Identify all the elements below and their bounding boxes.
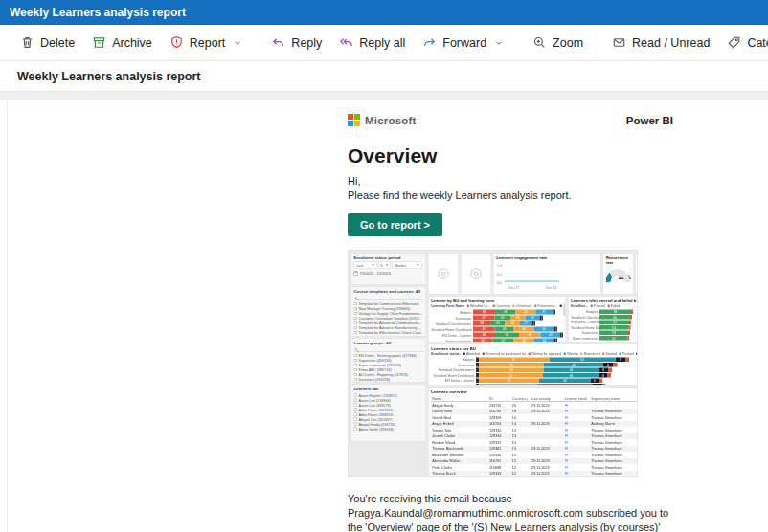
filter-item: Template for Advance Manufacturing ... bbox=[354, 325, 424, 330]
reply-all-icon bbox=[339, 35, 353, 50]
report-button[interactable]: Report bbox=[161, 29, 252, 56]
email-icon: ✉ bbox=[565, 453, 568, 457]
filter-item: Adam Smith (195036) bbox=[354, 427, 424, 432]
chevron-down-icon bbox=[233, 38, 242, 48]
legend-item: Waiting for approval bbox=[529, 352, 562, 356]
report-snapshot-image: Enrolment status period Last 6 Months 7/… bbox=[349, 251, 638, 477]
shield-icon bbox=[471, 269, 482, 279]
blocked-visual-placeholder bbox=[428, 254, 459, 295]
envelope-icon bbox=[612, 35, 626, 50]
checkbox-icon bbox=[354, 312, 357, 315]
filter-card-groups: Learner groups: All EN Demo - Nutzergrup… bbox=[351, 339, 427, 383]
checkbox-icon bbox=[354, 326, 357, 329]
filter-item: Template for Strategic Thinking Works... bbox=[354, 335, 424, 337]
email-icon: ✉ bbox=[565, 421, 568, 426]
report-snapshot-link[interactable]: Enrolment status period Last 6 Months 7/… bbox=[348, 250, 638, 477]
bar-row: EN Demo - Learner55 bbox=[571, 321, 638, 325]
subscription-footer-text: You're receiving this email because Prag… bbox=[348, 492, 681, 532]
trash-icon bbox=[20, 35, 34, 50]
legend-item: Passed bbox=[619, 352, 633, 356]
svg-text:0.0: 0.0 bbox=[497, 281, 502, 285]
bar-row: Super supervisor48448 bbox=[431, 384, 638, 386]
filter-item: Customer Orientation Template (5753... bbox=[354, 316, 424, 321]
legend-item: Failed bbox=[636, 352, 638, 356]
reply-button[interactable]: Reply bbox=[262, 29, 330, 56]
checkbox-icon bbox=[354, 317, 357, 320]
calendar-icon bbox=[354, 271, 358, 275]
checkbox-icon bbox=[354, 359, 357, 362]
archive-button[interactable]: Archive bbox=[83, 29, 161, 56]
bar-row: Standard Classifications38333227 bbox=[431, 321, 563, 326]
bar-row: Supervisor53 bbox=[571, 331, 638, 336]
checkbox-icon bbox=[354, 394, 357, 397]
categorize-button[interactable]: Categorize bbox=[718, 29, 768, 56]
zoom-icon bbox=[532, 35, 547, 50]
legend-item: Video Disc... bbox=[559, 304, 563, 308]
email-icon: ✉ bbox=[565, 465, 568, 470]
checkbox-icon bbox=[354, 428, 357, 431]
forward-button[interactable]: Forward bbox=[414, 29, 512, 56]
filter-search bbox=[354, 296, 424, 301]
legend-item: Coaching bbox=[492, 304, 509, 308]
email-icon: ✉ bbox=[565, 409, 568, 413]
go-to-report-button[interactable]: Go to report > bbox=[348, 213, 442, 236]
email-icon: ✉ bbox=[565, 471, 568, 476]
reply-all-button[interactable]: Reply all bbox=[330, 29, 414, 56]
filter-card-courses: Course templates and courses: All Templa… bbox=[351, 287, 427, 337]
window-title: Weekly Learners analysis report bbox=[10, 6, 186, 19]
bar-row: EN Demo - Learner49426 bbox=[431, 379, 638, 384]
filter-item: EN Demo - Nutzergruppen (117946) bbox=[354, 353, 424, 358]
checkbox-icon bbox=[354, 404, 357, 407]
checkbox-icon bbox=[354, 399, 357, 402]
bar-row: Standard Home Dashb...54 bbox=[571, 325, 638, 330]
pass-fail-chart: Learners who passed and failed by BU Enr… bbox=[568, 297, 638, 343]
email-toolbar: Delete Archive Report Reply Reply all Fo… bbox=[0, 25, 768, 61]
bar-row: Badges58 bbox=[571, 310, 638, 315]
bar-row: Badges57548 bbox=[431, 358, 638, 363]
status-per-bu-chart: Learners status per BU Enrollment status… bbox=[428, 344, 638, 386]
legend-item: Started bbox=[602, 352, 617, 356]
checkbox-icon bbox=[354, 321, 357, 324]
pending-actions-kpi: Learners with pending actions 3 bbox=[636, 254, 638, 295]
email-heading: Overview bbox=[348, 144, 673, 167]
report-shield-icon bbox=[169, 35, 184, 50]
email-reading-pane: Microsoft Power BI Overview Hi, Please f… bbox=[0, 100, 768, 532]
learning-form-chart: Learner by BU and learning form Learning… bbox=[428, 297, 566, 343]
read-unread-button[interactable]: Read / Unread bbox=[603, 29, 718, 56]
filter-item: Template for Effectiveness Check Cour... bbox=[354, 330, 424, 335]
email-subject-header: Weekly Learners analysis report bbox=[0, 61, 768, 92]
checkbox-icon bbox=[354, 331, 357, 334]
period-dropdown: Last bbox=[354, 262, 377, 270]
legend-item: Onlinekurs bbox=[512, 304, 531, 308]
email-subject: Weekly Learners analysis report bbox=[17, 70, 201, 83]
email-icon: ✉ bbox=[565, 428, 568, 432]
table-row: Theresa Burch1293431229.11.2023✉Thomas G… bbox=[431, 470, 638, 476]
email-icon: ✉ bbox=[565, 403, 568, 408]
zoom-button[interactable]: Zoom bbox=[524, 29, 592, 56]
email-icon: ✉ bbox=[565, 415, 568, 420]
bar-row: Standard Home Dashboard52466 bbox=[431, 373, 638, 378]
recurrence-rate-gauge: Recurrence rate 28% bbox=[603, 254, 634, 295]
search-icon bbox=[355, 348, 358, 351]
filter-card-learners: Learners: All Aaron Hughes (194972)Aaron… bbox=[351, 385, 427, 442]
legend-item: Blended Le... bbox=[467, 304, 490, 308]
bar-row: Standard Classifications53448 bbox=[431, 368, 638, 373]
period-dropdown: Months bbox=[393, 262, 422, 270]
microsoft-logo: Microsoft bbox=[348, 114, 417, 126]
pane-divider bbox=[0, 92, 768, 100]
svg-text:Dec 17: Dec 17 bbox=[508, 286, 519, 290]
checkbox-icon bbox=[354, 378, 357, 381]
delete-button[interactable]: Delete bbox=[11, 29, 83, 56]
svg-text:0.5: 0.5 bbox=[497, 273, 502, 277]
checkbox-icon bbox=[354, 368, 357, 371]
line-chart: 1.0 0.5 0.0 Dec 17 Dec 31 bbox=[496, 260, 562, 290]
microsoft-logo-icon bbox=[348, 114, 360, 126]
gauge-arc bbox=[606, 269, 630, 283]
bar-row: Standard Home Dashboard47434445 bbox=[431, 327, 563, 332]
engagement-rate-chart: Learners engagement rate 1.0 0.5 0.0 Dec… bbox=[493, 254, 601, 295]
tag-icon bbox=[727, 35, 741, 50]
search-icon bbox=[355, 297, 358, 299]
filter-item: Vorlage für Supply Chain Fundamenta... bbox=[354, 311, 424, 316]
forward-icon bbox=[422, 35, 437, 50]
bar-row: Super supervisor52 bbox=[571, 336, 638, 341]
